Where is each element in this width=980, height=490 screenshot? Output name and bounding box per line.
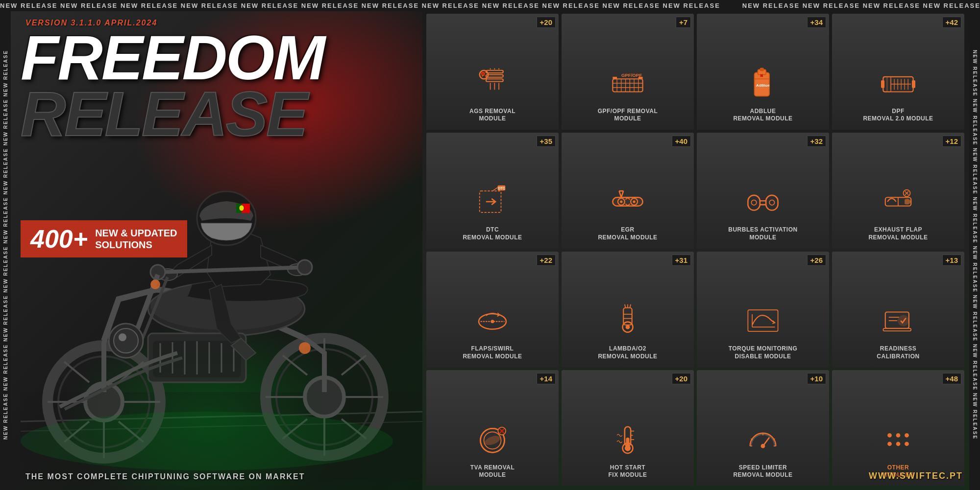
icon-egr <box>611 182 645 221</box>
svg-point-48 <box>150 280 160 289</box>
badge-speed: +10 <box>807 373 826 384</box>
svg-line-132 <box>625 304 626 308</box>
label-adblue: ADBLUEREMOVAL MODULE <box>733 108 792 123</box>
badge-readiness: +13 <box>942 255 961 266</box>
label-egr: EGRREMOVAL MODULE <box>598 226 657 241</box>
svg-point-146 <box>484 435 501 446</box>
module-tva: +14 TVA REMOVALMODULE <box>426 370 559 486</box>
badge-hotstart: +20 <box>672 373 691 384</box>
side-banner-right: NEW RELEASE NEW RELEASE NEW RELEASE NEW … <box>969 10 980 480</box>
svg-rect-78 <box>638 76 643 78</box>
label-lambda: LAMBDA/O2REMOVAL MODULE <box>598 345 657 360</box>
svg-point-163 <box>761 444 765 448</box>
svg-rect-97 <box>881 80 884 88</box>
module-egr: +40 <box>562 133 694 249</box>
svg-rect-113 <box>748 195 760 210</box>
svg-line-111 <box>621 191 623 197</box>
svg-point-44 <box>297 260 312 275</box>
module-dpf: +42 <box>832 14 964 130</box>
icon-dtc: DTC <box>475 182 510 221</box>
icon-speed <box>746 420 780 459</box>
label-torque: TORQUE MONITORINGDISABLE MODULE <box>729 345 798 360</box>
label-ags: AGS REMOVALMODULE <box>469 108 515 123</box>
icon-gpf: GPF/OPF <box>611 64 645 103</box>
svg-point-52 <box>21 412 393 470</box>
label-readiness: READINESSCALIBRATION <box>877 345 919 360</box>
badge-gpf: +7 <box>676 17 691 28</box>
svg-point-129 <box>626 325 630 329</box>
badge-dpf: +42 <box>942 17 961 28</box>
module-flaps: +22 FLAPS/SWIRLREMOVAL MODULE <box>426 252 559 368</box>
svg-point-165 <box>896 433 901 438</box>
svg-point-167 <box>887 442 892 446</box>
module-readiness: +13 READINESSCALIBRATION <box>832 252 964 368</box>
icon-readiness <box>881 301 915 340</box>
badge-other: +48 <box>942 373 961 384</box>
svg-rect-55 <box>486 70 503 72</box>
badge-lambda: +31 <box>672 255 691 266</box>
badge-flaps: +22 <box>537 255 556 266</box>
icon-ags <box>475 64 510 103</box>
modules-row-1: +20 <box>426 14 964 130</box>
label-speed: SPEED LIMITERREMOVAL MODULE <box>733 464 792 479</box>
banner-text-repeat: NEW RELEASE NEW RELEASE NEW RELEASE NEW … <box>742 2 980 9</box>
svg-point-168 <box>896 442 901 446</box>
badge-ags: +20 <box>537 17 556 28</box>
svg-point-107 <box>620 201 622 203</box>
module-speed: +10 <box>697 370 829 486</box>
svg-point-169 <box>905 442 909 446</box>
badge-egr: +40 <box>672 136 691 147</box>
badge-dtc: +35 <box>537 136 556 147</box>
svg-rect-81 <box>760 68 764 71</box>
icon-adblue: AdBlue <box>746 64 780 103</box>
icon-tva <box>475 420 510 459</box>
release-text: RELEASE <box>21 86 324 142</box>
svg-rect-77 <box>612 76 617 78</box>
svg-point-109 <box>633 201 636 203</box>
right-panel: +20 <box>422 10 969 490</box>
label-gpf: GPF/OPF REMOVALMODULE <box>598 108 658 123</box>
bottom-tagline: THE MOST COMPLETE CHIPTUNING SOFTWARE ON… <box>25 472 305 481</box>
icon-flaps <box>475 301 510 340</box>
module-burbles: +32 BURBLES ACTIVATIONMODULE <box>697 133 829 249</box>
svg-point-50 <box>114 328 138 353</box>
module-ags: +20 <box>426 14 559 130</box>
icon-hotstart <box>611 420 645 459</box>
freedom-text: FREEDOM <box>21 29 324 86</box>
svg-text:DTC: DTC <box>498 187 505 190</box>
module-dtc: +35 DTC DTCREMOVAL MODULE <box>426 133 559 249</box>
banner-text: NEW RELEASE NEW RELEASE NEW RELEASE NEW … <box>0 2 720 9</box>
svg-point-41 <box>239 205 244 211</box>
icon-torque <box>746 301 780 340</box>
svg-rect-153 <box>626 437 630 446</box>
label-dpf: DPFREMOVAL 2.0 MODULE <box>863 108 933 123</box>
motorcycle-image <box>11 132 422 480</box>
svg-point-126 <box>491 320 494 323</box>
svg-line-134 <box>630 304 631 308</box>
icon-lambda <box>611 301 645 340</box>
svg-rect-98 <box>912 80 915 88</box>
svg-rect-57 <box>486 79 503 81</box>
svg-point-118 <box>769 200 775 206</box>
label-dtc: DTCREMOVAL MODULE <box>463 226 522 241</box>
badge-torque: +26 <box>807 255 826 266</box>
solutions-box: 400+ NEW & UPDATEDSOLUTIONS <box>21 220 187 257</box>
svg-point-51 <box>119 333 126 341</box>
label-hotstart: HOT STARTFIX MODULE <box>609 464 647 479</box>
module-gpf: +7 GPF/OPF <box>562 14 694 130</box>
badge-burbles: +32 <box>807 136 826 147</box>
module-torque: +26 TORQUE MONITORINGDISABLE MODULE <box>697 252 829 368</box>
modules-row-2: +35 DTC DTCREMOVAL MODULE <box>426 133 964 249</box>
modules-row-4: +14 TVA REMOVALMODULE <box>426 370 964 486</box>
svg-point-117 <box>751 200 757 206</box>
badge-adblue: +34 <box>807 17 826 28</box>
label-flaps: FLAPS/SWIRLREMOVAL MODULE <box>463 345 522 360</box>
module-lambda: +31 LAMBD <box>562 252 694 368</box>
label-exhaust: EXHAUST FLAPREMOVAL MODULE <box>868 226 928 241</box>
modules-row-3: +22 FLAPS/SWIRLREMOVAL MODULE <box>426 252 964 368</box>
left-panel: VERSION 3.1.1.0 APRIL.2024 FREEDOM RELEA… <box>11 10 422 490</box>
label-tva: TVA REMOVALMODULE <box>470 464 515 479</box>
svg-point-47 <box>299 342 311 354</box>
svg-rect-139 <box>883 328 911 331</box>
svg-point-166 <box>905 433 909 438</box>
